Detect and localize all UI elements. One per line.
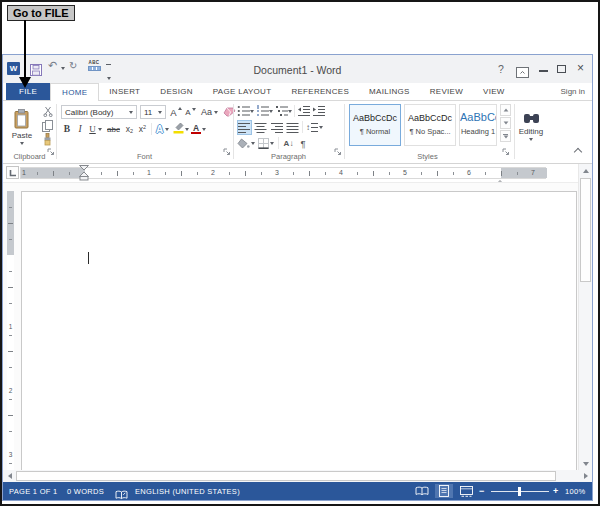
- superscript-button[interactable]: x2: [136, 122, 149, 136]
- borders-button[interactable]: [257, 136, 275, 150]
- word-count[interactable]: 0 WORDS: [67, 487, 104, 496]
- paragraph-dialog-launcher[interactable]: [334, 142, 342, 160]
- scroll-down-button[interactable]: [579, 457, 592, 470]
- ribbon-display-options-icon[interactable]: [516, 64, 529, 82]
- tab-home[interactable]: HOME: [50, 83, 99, 101]
- grow-font-letter: A: [170, 107, 176, 118]
- styles-scroll-up-button[interactable]: [500, 104, 511, 116]
- highlight-color-button[interactable]: [172, 122, 189, 136]
- cut-button[interactable]: [40, 105, 55, 118]
- align-right-icon: [270, 122, 283, 133]
- copy-button[interactable]: [40, 119, 55, 132]
- vertical-scroll-thumb[interactable]: [580, 178, 591, 282]
- subscript-button[interactable]: x2: [123, 122, 136, 136]
- line-spacing-button[interactable]: ↕: [305, 120, 324, 135]
- close-icon[interactable]: ×: [574, 61, 587, 75]
- more-bar-icon: [503, 134, 508, 135]
- underline-button[interactable]: U: [87, 122, 104, 136]
- editing-caret-icon: [529, 138, 533, 141]
- clipboard-dialog-launcher[interactable]: [47, 142, 55, 160]
- ruler-number: 1: [147, 169, 151, 176]
- ruler-number: 5: [403, 169, 407, 176]
- paste-button[interactable]: Paste: [7, 104, 37, 149]
- align-right-button[interactable]: [269, 120, 284, 135]
- style-normal[interactable]: AaBbCcDc ¶ Normal: [349, 104, 401, 146]
- paragraph-row-divider: [302, 121, 303, 133]
- web-layout-button[interactable]: [457, 484, 475, 498]
- style-name: ¶ Normal: [350, 127, 400, 136]
- font-name-select[interactable]: Calibri (Body): [61, 105, 137, 119]
- shading-button[interactable]: [237, 136, 255, 150]
- sign-in-link[interactable]: Sign in: [561, 87, 592, 96]
- bullet-list-icon: [237, 105, 250, 117]
- tab-references[interactable]: REFERENCES: [281, 83, 359, 100]
- horizontal-ruler[interactable]: 1 1 2 3 4 5 6 7: [20, 167, 546, 179]
- text-effects-letter: A: [156, 124, 163, 135]
- editing-button[interactable]: Editing: [514, 104, 548, 149]
- text-effects-caret-icon: [165, 128, 169, 131]
- italic-button[interactable]: I: [74, 122, 86, 136]
- paste-label: Paste: [12, 131, 32, 140]
- horizontal-scroll-thumb[interactable]: [16, 471, 556, 481]
- style-no-spacing[interactable]: AaBbCcDc ¶ No Spac...: [404, 104, 456, 146]
- align-left-button[interactable]: [237, 120, 252, 135]
- tab-design[interactable]: DESIGN: [150, 83, 202, 100]
- bold-button[interactable]: B: [61, 122, 73, 136]
- zoom-level[interactable]: 100%: [565, 487, 585, 496]
- font-size-select[interactable]: 11: [140, 105, 166, 119]
- show-hide-pilcrow-button[interactable]: ¶: [297, 136, 309, 150]
- vertical-scrollbar[interactable]: [578, 164, 592, 470]
- scroll-left-button[interactable]: [3, 470, 16, 482]
- proofing-status-icon[interactable]: [115, 486, 128, 504]
- justify-button[interactable]: [285, 120, 300, 135]
- sort-button[interactable]: A↓: [281, 136, 296, 150]
- dialog-launcher-icon: [47, 148, 55, 156]
- tab-insert[interactable]: INSERT: [99, 83, 150, 100]
- paste-dropdown-icon: [20, 142, 24, 145]
- tab-selector[interactable]: [6, 166, 19, 179]
- font-dialog-launcher[interactable]: [223, 142, 231, 160]
- borders-caret-icon: [270, 142, 274, 145]
- tab-mailings[interactable]: MAILINGS: [359, 83, 420, 100]
- scroll-right-button[interactable]: [579, 470, 592, 482]
- zoom-in-button[interactable]: +: [553, 486, 559, 496]
- bullets-button[interactable]: [237, 104, 254, 118]
- horizontal-scrollbar[interactable]: [3, 470, 592, 482]
- change-case-button[interactable]: Aa: [200, 105, 219, 119]
- shrink-font-button[interactable]: A: [184, 105, 197, 119]
- tab-page-layout[interactable]: PAGE LAYOUT: [203, 83, 282, 100]
- strikethrough-button[interactable]: abc: [105, 122, 122, 136]
- scroll-left-icon: [8, 473, 12, 479]
- tab-view[interactable]: VIEW: [473, 83, 515, 100]
- align-center-button[interactable]: [253, 120, 268, 135]
- read-mode-button[interactable]: [413, 484, 431, 498]
- tab-review[interactable]: REVIEW: [420, 83, 473, 100]
- styles-scroll-down-button[interactable]: [500, 117, 511, 129]
- page-indicator[interactable]: PAGE 1 OF 1: [9, 487, 58, 496]
- styles-more-button[interactable]: [500, 130, 511, 142]
- font-color-button[interactable]: A: [190, 122, 207, 136]
- qat-customize-caret: [107, 77, 111, 80]
- increase-indent-button[interactable]: [312, 104, 326, 118]
- scroll-up-button[interactable]: [579, 164, 592, 177]
- multilevel-list-button[interactable]: [275, 104, 292, 118]
- minimize-icon[interactable]: [539, 70, 548, 72]
- numbering-button[interactable]: [256, 104, 273, 118]
- zoom-slider-thumb[interactable]: [518, 487, 521, 496]
- dialog-launcher-icon: [502, 148, 510, 156]
- text-effects-button[interactable]: A: [154, 122, 171, 136]
- document-page[interactable]: [21, 191, 577, 470]
- collapse-ribbon-button[interactable]: [575, 149, 581, 155]
- zoom-out-button[interactable]: −: [479, 486, 485, 496]
- grow-font-button[interactable]: A: [169, 105, 183, 119]
- language-indicator[interactable]: ENGLISH (UNITED STATES): [135, 487, 240, 496]
- decrease-indent-button[interactable]: [297, 104, 311, 118]
- style-heading1[interactable]: AaBbCc Heading 1: [459, 104, 497, 146]
- help-icon[interactable]: ?: [495, 62, 507, 75]
- print-layout-button[interactable]: [435, 484, 453, 498]
- group-divider: [344, 104, 345, 159]
- vertical-ruler[interactable]: 1 2 3: [7, 191, 14, 470]
- paragraph-row-divider: [294, 105, 295, 117]
- styles-dialog-launcher[interactable]: [502, 142, 510, 160]
- restore-icon[interactable]: [557, 65, 566, 73]
